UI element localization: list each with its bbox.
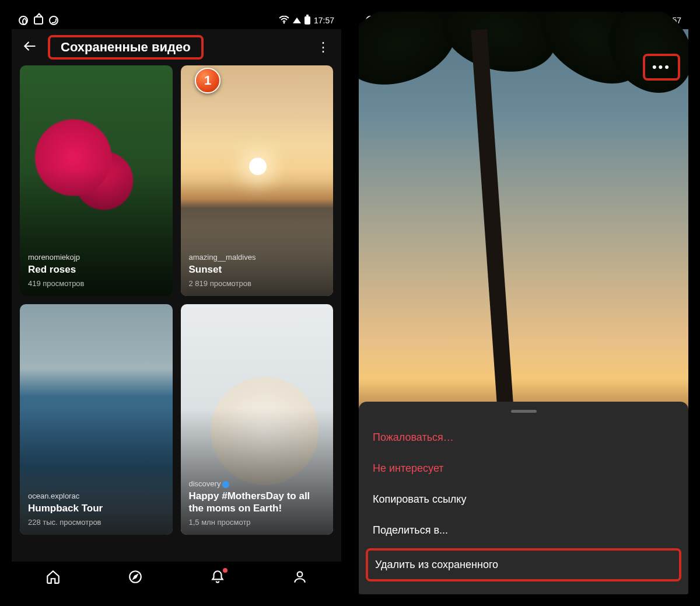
- wifi-icon: [279, 16, 289, 26]
- sheet-handle[interactable]: [511, 410, 537, 413]
- card-title: Red roses: [28, 264, 164, 276]
- menu-copy-link[interactable]: Копировать ссылку: [359, 484, 688, 515]
- more-icon[interactable]: •••: [643, 54, 680, 81]
- shazam-icon: [49, 16, 58, 25]
- svg-point-2: [298, 572, 303, 577]
- card-title: Happy #MothersDay to all the moms on Ear…: [189, 490, 326, 514]
- more-icon[interactable]: ⋮: [317, 40, 331, 55]
- signal-icon: [293, 18, 301, 23]
- back-arrow-icon[interactable]: [22, 39, 37, 56]
- app-header: Сохраненные видео ⋮: [12, 29, 341, 65]
- verified-icon: [222, 481, 229, 488]
- status-time: 17:57: [314, 16, 334, 25]
- card-user: morenomiekojp: [28, 253, 164, 262]
- opera-icon: [19, 16, 28, 25]
- card-views: 419 просмотров: [28, 279, 164, 288]
- phone-saved-videos: 17:57 Сохраненные видео ⋮ morenomiekojp …: [12, 12, 341, 594]
- menu-report[interactable]: Пожаловаться…: [359, 422, 688, 453]
- status-bar: 17:57: [12, 12, 341, 29]
- card-views: 1,5 млн просмотр: [189, 518, 326, 527]
- decorative-palm: [471, 29, 514, 414]
- video-card[interactable]: ocean.explorac Humpback Tour 228 тыс. пр…: [20, 304, 173, 535]
- menu-share[interactable]: Поделиться в...: [359, 515, 688, 546]
- page-title: Сохраненные видео: [48, 35, 204, 60]
- video-grid: morenomiekojp Red roses 419 просмотров a…: [12, 65, 341, 562]
- callout-badge-1: 1: [195, 68, 220, 93]
- card-user: amazing__maldives: [189, 253, 326, 262]
- card-title: Humpback Tour: [28, 503, 164, 514]
- svg-point-0: [283, 22, 285, 23]
- activity-icon[interactable]: [210, 569, 225, 587]
- card-user: discovery: [189, 479, 326, 488]
- video-card[interactable]: amazing__maldives Sunset 2 819 просмотро…: [181, 65, 334, 296]
- action-sheet: Пожаловаться… Не интересует Копировать с…: [359, 402, 688, 594]
- phone-video-menu: 17:57 ••• Пожаловаться… Не интересует Ко…: [359, 12, 688, 594]
- card-views: 2 819 просмотров: [189, 279, 326, 288]
- video-card[interactable]: discovery Happy #MothersDay to all the m…: [181, 304, 334, 535]
- home-icon[interactable]: [46, 569, 61, 587]
- card-user: ocean.explorac: [28, 492, 164, 500]
- battery-icon: [304, 16, 310, 25]
- igtv-icon: [34, 16, 43, 25]
- bottom-nav: [12, 562, 341, 594]
- explore-icon[interactable]: [128, 569, 143, 587]
- video-player[interactable]: ••• Пожаловаться… Не интересует Копирова…: [359, 29, 688, 594]
- card-views: 228 тыс. просмотров: [28, 518, 164, 527]
- profile-icon[interactable]: [292, 569, 307, 587]
- video-card[interactable]: morenomiekojp Red roses 419 просмотров: [20, 65, 173, 296]
- menu-not-interested[interactable]: Не интересует: [359, 453, 688, 484]
- card-title: Sunset: [189, 264, 326, 276]
- menu-remove-saved[interactable]: Удалить из сохраненного: [366, 548, 681, 581]
